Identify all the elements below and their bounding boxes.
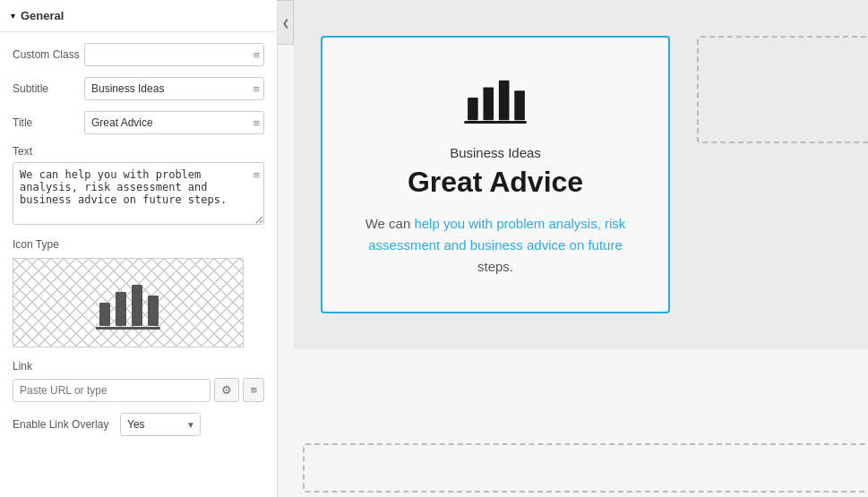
link-label: Link	[13, 360, 264, 373]
svg-rect-5	[468, 98, 478, 120]
link-list-icon[interactable]: ≡	[243, 378, 264, 402]
general-section-header[interactable]: ▾ General	[0, 0, 277, 32]
subtitle-input[interactable]	[84, 77, 264, 100]
title-input-wrap: ≡	[84, 111, 264, 134]
subtitle-label: Subtitle	[13, 82, 84, 95]
text-field-label: Text	[13, 145, 264, 158]
icon-type-label: Icon Type	[13, 238, 264, 251]
overlay-select-wrap: Yes No ▼	[120, 413, 201, 436]
card-title: Great Advice	[408, 166, 583, 199]
icon-preview-box[interactable]	[13, 258, 244, 347]
svg-rect-8	[514, 90, 525, 120]
overlay-row: Enable Link Overlay Yes No ▼	[13, 413, 264, 436]
custom-class-input[interactable]	[84, 43, 264, 66]
custom-class-label: Custom Class	[13, 48, 84, 61]
section-title: General	[21, 9, 64, 22]
link-gear-icon[interactable]: ⚙	[214, 378, 239, 402]
title-input[interactable]	[84, 111, 264, 134]
link-input[interactable]	[13, 379, 211, 402]
right-area: Business Ideas Great Advice We can help …	[294, 0, 868, 497]
chevron-down-icon: ▾	[11, 11, 15, 21]
left-panel: ▾ General Custom Class ≡ Subtitle ≡ Titl…	[0, 0, 278, 497]
title-list-icon[interactable]: ≡	[253, 116, 260, 130]
chevron-left-icon: ❮	[282, 18, 289, 28]
svg-rect-0	[99, 303, 110, 326]
card-subtitle: Business Ideas	[450, 145, 541, 160]
subtitle-list-icon[interactable]: ≡	[253, 82, 260, 96]
bar-chart-icon-large	[464, 72, 527, 124]
svg-rect-9	[464, 121, 527, 124]
custom-class-input-wrap: ≡	[84, 43, 264, 66]
card-text-after: steps.	[477, 259, 513, 274]
bottom-dashed-area	[303, 443, 868, 493]
textarea-list-icon[interactable]: ≡	[253, 168, 260, 182]
dashed-placeholder-card	[697, 36, 868, 143]
svg-rect-7	[499, 81, 510, 120]
title-row: Title ≡	[13, 111, 264, 134]
link-input-wrap: ⚙ ≡	[13, 378, 264, 402]
svg-rect-4	[96, 327, 160, 330]
text-textarea[interactable]: We can help you with problem analysis, r…	[13, 162, 264, 225]
overlay-label: Enable Link Overlay	[13, 418, 120, 431]
card-text-before: We can	[365, 216, 415, 231]
svg-rect-2	[132, 285, 142, 326]
subtitle-input-wrap: ≡	[84, 77, 264, 100]
collapse-panel-button[interactable]: ❮	[278, 0, 294, 45]
panel-content: Custom Class ≡ Subtitle ≡ Title ≡ Text	[0, 32, 277, 447]
canvas-area: Business Ideas Great Advice We can help …	[294, 0, 868, 349]
subtitle-row: Subtitle ≡	[13, 77, 264, 100]
text-area-wrap: We can help you with problem analysis, r…	[13, 162, 264, 227]
custom-class-row: Custom Class ≡	[13, 43, 264, 66]
svg-rect-3	[148, 296, 159, 326]
title-label: Title	[13, 116, 84, 129]
overlay-select[interactable]: Yes No	[120, 413, 201, 436]
custom-class-list-icon[interactable]: ≡	[253, 48, 260, 62]
svg-rect-1	[116, 292, 126, 326]
svg-rect-6	[483, 87, 494, 120]
bar-chart-icon-preview	[96, 276, 160, 330]
selected-card[interactable]: Business Ideas Great Advice We can help …	[321, 36, 670, 313]
card-bar-chart-icon	[464, 72, 527, 131]
card-text: We can help you with problem analysis, r…	[361, 213, 630, 278]
